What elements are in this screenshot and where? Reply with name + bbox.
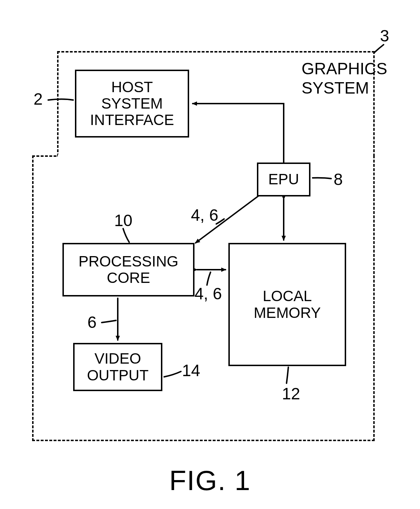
processing-core-box: PROCESSING CORE [62,243,194,296]
epu-box: EPU [257,163,310,196]
diagram-canvas: HOST SYSTEM INTERFACE EPU PROCESSING COR… [0,0,420,509]
video-output-box: VIDEO OUTPUT [73,343,162,391]
host-system-interface-box: HOST SYSTEM INTERFACE [75,70,189,138]
local-memory-box: LOCAL MEMORY [228,243,346,366]
